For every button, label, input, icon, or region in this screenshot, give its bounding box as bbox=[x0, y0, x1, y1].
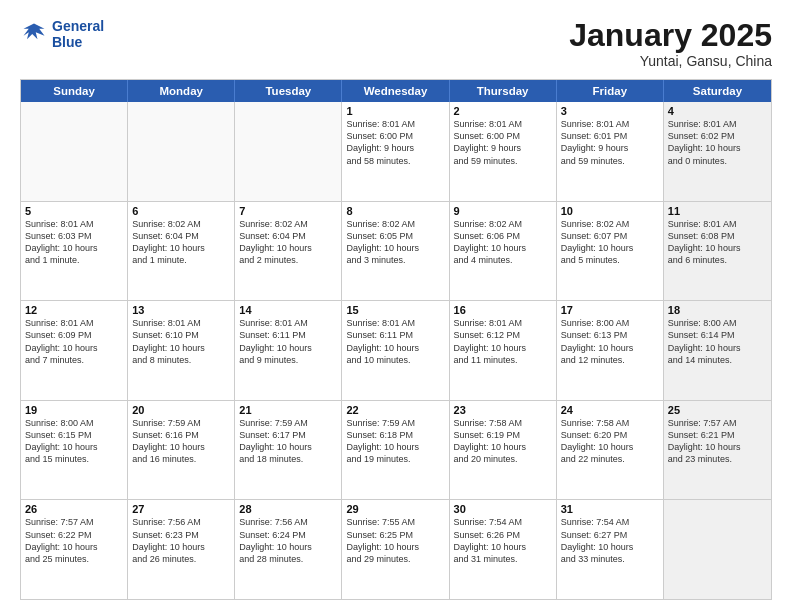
title-area: January 2025 Yuntai, Gansu, China bbox=[569, 18, 772, 69]
cal-cell-day-2: 2Sunrise: 8:01 AM Sunset: 6:00 PM Daylig… bbox=[450, 102, 557, 201]
day-info: Sunrise: 8:02 AM Sunset: 6:04 PM Dayligh… bbox=[239, 218, 337, 267]
day-number: 21 bbox=[239, 404, 337, 416]
day-number: 9 bbox=[454, 205, 552, 217]
cal-cell-day-28: 28Sunrise: 7:56 AM Sunset: 6:24 PM Dayli… bbox=[235, 500, 342, 599]
header-day-saturday: Saturday bbox=[664, 80, 771, 102]
header-day-thursday: Thursday bbox=[450, 80, 557, 102]
cal-cell-day-31: 31Sunrise: 7:54 AM Sunset: 6:27 PM Dayli… bbox=[557, 500, 664, 599]
cal-cell-day-16: 16Sunrise: 8:01 AM Sunset: 6:12 PM Dayli… bbox=[450, 301, 557, 400]
cal-row-1: 5Sunrise: 8:01 AM Sunset: 6:03 PM Daylig… bbox=[21, 201, 771, 301]
cal-row-2: 12Sunrise: 8:01 AM Sunset: 6:09 PM Dayli… bbox=[21, 300, 771, 400]
cal-cell-day-4: 4Sunrise: 8:01 AM Sunset: 6:02 PM Daylig… bbox=[664, 102, 771, 201]
day-info: Sunrise: 7:54 AM Sunset: 6:27 PM Dayligh… bbox=[561, 516, 659, 565]
cal-cell-day-15: 15Sunrise: 8:01 AM Sunset: 6:11 PM Dayli… bbox=[342, 301, 449, 400]
cal-cell-day-25: 25Sunrise: 7:57 AM Sunset: 6:21 PM Dayli… bbox=[664, 401, 771, 500]
cal-cell-day-17: 17Sunrise: 8:00 AM Sunset: 6:13 PM Dayli… bbox=[557, 301, 664, 400]
day-info: Sunrise: 7:56 AM Sunset: 6:24 PM Dayligh… bbox=[239, 516, 337, 565]
day-number: 28 bbox=[239, 503, 337, 515]
cal-cell-day-6: 6Sunrise: 8:02 AM Sunset: 6:04 PM Daylig… bbox=[128, 202, 235, 301]
day-info: Sunrise: 8:01 AM Sunset: 6:02 PM Dayligh… bbox=[668, 118, 767, 167]
day-info: Sunrise: 7:59 AM Sunset: 6:16 PM Dayligh… bbox=[132, 417, 230, 466]
day-info: Sunrise: 8:02 AM Sunset: 6:05 PM Dayligh… bbox=[346, 218, 444, 267]
day-number: 2 bbox=[454, 105, 552, 117]
cal-cell-day-18: 18Sunrise: 8:00 AM Sunset: 6:14 PM Dayli… bbox=[664, 301, 771, 400]
day-info: Sunrise: 8:00 AM Sunset: 6:14 PM Dayligh… bbox=[668, 317, 767, 366]
day-info: Sunrise: 7:57 AM Sunset: 6:21 PM Dayligh… bbox=[668, 417, 767, 466]
day-number: 25 bbox=[668, 404, 767, 416]
day-number: 31 bbox=[561, 503, 659, 515]
calendar-body: 1Sunrise: 8:01 AM Sunset: 6:00 PM Daylig… bbox=[21, 102, 771, 599]
cal-cell-day-9: 9Sunrise: 8:02 AM Sunset: 6:06 PM Daylig… bbox=[450, 202, 557, 301]
day-info: Sunrise: 8:02 AM Sunset: 6:04 PM Dayligh… bbox=[132, 218, 230, 267]
day-info: Sunrise: 8:01 AM Sunset: 6:08 PM Dayligh… bbox=[668, 218, 767, 267]
day-number: 18 bbox=[668, 304, 767, 316]
subtitle: Yuntai, Gansu, China bbox=[569, 53, 772, 69]
day-info: Sunrise: 8:01 AM Sunset: 6:00 PM Dayligh… bbox=[346, 118, 444, 167]
cal-cell-day-26: 26Sunrise: 7:57 AM Sunset: 6:22 PM Dayli… bbox=[21, 500, 128, 599]
cal-cell-empty-0-1 bbox=[128, 102, 235, 201]
cal-cell-day-20: 20Sunrise: 7:59 AM Sunset: 6:16 PM Dayli… bbox=[128, 401, 235, 500]
day-info: Sunrise: 8:01 AM Sunset: 6:09 PM Dayligh… bbox=[25, 317, 123, 366]
logo: General Blue bbox=[20, 18, 104, 50]
cal-row-3: 19Sunrise: 8:00 AM Sunset: 6:15 PM Dayli… bbox=[21, 400, 771, 500]
day-info: Sunrise: 8:01 AM Sunset: 6:12 PM Dayligh… bbox=[454, 317, 552, 366]
day-number: 10 bbox=[561, 205, 659, 217]
day-info: Sunrise: 8:01 AM Sunset: 6:03 PM Dayligh… bbox=[25, 218, 123, 267]
day-info: Sunrise: 7:57 AM Sunset: 6:22 PM Dayligh… bbox=[25, 516, 123, 565]
cal-cell-day-7: 7Sunrise: 8:02 AM Sunset: 6:04 PM Daylig… bbox=[235, 202, 342, 301]
cal-cell-empty-0-2 bbox=[235, 102, 342, 201]
day-info: Sunrise: 7:59 AM Sunset: 6:18 PM Dayligh… bbox=[346, 417, 444, 466]
day-number: 8 bbox=[346, 205, 444, 217]
header-day-tuesday: Tuesday bbox=[235, 80, 342, 102]
day-info: Sunrise: 8:02 AM Sunset: 6:06 PM Dayligh… bbox=[454, 218, 552, 267]
day-info: Sunrise: 8:00 AM Sunset: 6:15 PM Dayligh… bbox=[25, 417, 123, 466]
calendar-header: SundayMondayTuesdayWednesdayThursdayFrid… bbox=[21, 80, 771, 102]
day-number: 11 bbox=[668, 205, 767, 217]
cal-cell-day-14: 14Sunrise: 8:01 AM Sunset: 6:11 PM Dayli… bbox=[235, 301, 342, 400]
day-info: Sunrise: 8:01 AM Sunset: 6:01 PM Dayligh… bbox=[561, 118, 659, 167]
day-number: 23 bbox=[454, 404, 552, 416]
day-info: Sunrise: 8:01 AM Sunset: 6:10 PM Dayligh… bbox=[132, 317, 230, 366]
header-day-wednesday: Wednesday bbox=[342, 80, 449, 102]
day-number: 19 bbox=[25, 404, 123, 416]
day-info: Sunrise: 8:00 AM Sunset: 6:13 PM Dayligh… bbox=[561, 317, 659, 366]
logo-icon bbox=[20, 20, 48, 48]
header-day-sunday: Sunday bbox=[21, 80, 128, 102]
day-info: Sunrise: 7:59 AM Sunset: 6:17 PM Dayligh… bbox=[239, 417, 337, 466]
cal-cell-day-21: 21Sunrise: 7:59 AM Sunset: 6:17 PM Dayli… bbox=[235, 401, 342, 500]
svg-marker-1 bbox=[24, 24, 45, 40]
day-info: Sunrise: 8:01 AM Sunset: 6:11 PM Dayligh… bbox=[239, 317, 337, 366]
cal-cell-day-27: 27Sunrise: 7:56 AM Sunset: 6:23 PM Dayli… bbox=[128, 500, 235, 599]
header: General Blue January 2025 Yuntai, Gansu,… bbox=[20, 18, 772, 69]
calendar: SundayMondayTuesdayWednesdayThursdayFrid… bbox=[20, 79, 772, 600]
cal-cell-day-1: 1Sunrise: 8:01 AM Sunset: 6:00 PM Daylig… bbox=[342, 102, 449, 201]
page: General Blue January 2025 Yuntai, Gansu,… bbox=[0, 0, 792, 612]
day-info: Sunrise: 7:58 AM Sunset: 6:19 PM Dayligh… bbox=[454, 417, 552, 466]
logo-text: General Blue bbox=[52, 18, 104, 50]
day-number: 30 bbox=[454, 503, 552, 515]
day-number: 17 bbox=[561, 304, 659, 316]
day-number: 4 bbox=[668, 105, 767, 117]
day-number: 20 bbox=[132, 404, 230, 416]
day-number: 3 bbox=[561, 105, 659, 117]
day-number: 24 bbox=[561, 404, 659, 416]
cal-cell-empty-0-0 bbox=[21, 102, 128, 201]
cal-cell-day-3: 3Sunrise: 8:01 AM Sunset: 6:01 PM Daylig… bbox=[557, 102, 664, 201]
day-info: Sunrise: 7:54 AM Sunset: 6:26 PM Dayligh… bbox=[454, 516, 552, 565]
month-title: January 2025 bbox=[569, 18, 772, 53]
day-info: Sunrise: 7:58 AM Sunset: 6:20 PM Dayligh… bbox=[561, 417, 659, 466]
day-number: 7 bbox=[239, 205, 337, 217]
cal-row-0: 1Sunrise: 8:01 AM Sunset: 6:00 PM Daylig… bbox=[21, 102, 771, 201]
cal-cell-day-8: 8Sunrise: 8:02 AM Sunset: 6:05 PM Daylig… bbox=[342, 202, 449, 301]
cal-cell-day-22: 22Sunrise: 7:59 AM Sunset: 6:18 PM Dayli… bbox=[342, 401, 449, 500]
day-info: Sunrise: 7:55 AM Sunset: 6:25 PM Dayligh… bbox=[346, 516, 444, 565]
day-number: 14 bbox=[239, 304, 337, 316]
day-number: 22 bbox=[346, 404, 444, 416]
cal-cell-day-13: 13Sunrise: 8:01 AM Sunset: 6:10 PM Dayli… bbox=[128, 301, 235, 400]
cal-cell-day-11: 11Sunrise: 8:01 AM Sunset: 6:08 PM Dayli… bbox=[664, 202, 771, 301]
header-day-friday: Friday bbox=[557, 80, 664, 102]
day-info: Sunrise: 8:02 AM Sunset: 6:07 PM Dayligh… bbox=[561, 218, 659, 267]
day-number: 29 bbox=[346, 503, 444, 515]
day-number: 27 bbox=[132, 503, 230, 515]
day-info: Sunrise: 7:56 AM Sunset: 6:23 PM Dayligh… bbox=[132, 516, 230, 565]
